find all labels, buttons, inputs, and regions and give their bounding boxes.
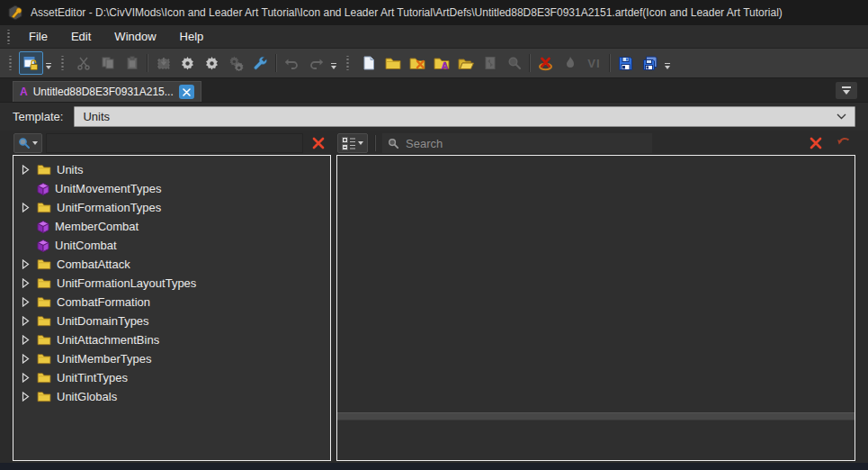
folder-icon (37, 277, 51, 289)
expander-icon[interactable] (22, 392, 31, 402)
new-file-button[interactable] (356, 51, 380, 75)
tree-row[interactable]: UnitMemberTypes (13, 349, 330, 368)
template-bar: Template: Units (0, 103, 868, 131)
toolbar-overflow-button[interactable] (43, 51, 54, 75)
red-x-ring-icon (538, 56, 553, 71)
expander-icon[interactable] (22, 278, 31, 288)
find-button[interactable] (502, 51, 526, 75)
toolbar-drag-grip[interactable] (60, 56, 65, 70)
folder-icon (37, 164, 51, 176)
detail-search-input[interactable]: Search (382, 133, 652, 153)
rename-folder-button[interactable]: A (429, 51, 453, 75)
build-button[interactable] (175, 51, 200, 75)
tree-row[interactable]: UnitTintTypes (13, 368, 330, 387)
folder-icon (37, 372, 51, 384)
redo-button[interactable] (304, 51, 328, 75)
build-all-button[interactable] (200, 51, 224, 75)
tab-close-button[interactable] (179, 85, 194, 99)
folder-icon (37, 258, 51, 270)
menu-item[interactable]: Help (168, 25, 216, 48)
tree-item-label: UnitTintTypes (57, 371, 128, 384)
clear-search-button[interactable] (804, 133, 828, 153)
tree-row[interactable]: UnitDomainTypes (13, 312, 330, 330)
toolbar-drag-grip[interactable] (8, 56, 13, 70)
tree-row[interactable]: CombatFormation (13, 293, 330, 312)
menu-item[interactable]: Edit (59, 25, 103, 48)
detail-panel-body (336, 155, 855, 461)
tab-list-dropdown-button[interactable] (836, 82, 857, 99)
expander-icon[interactable] (22, 165, 31, 175)
toolbar-overflow-button[interactable] (328, 51, 339, 75)
folder-icon (37, 202, 51, 213)
save-button[interactable] (613, 51, 638, 75)
expander-icon[interactable] (22, 203, 31, 212)
document-tab[interactable]: A Untitled88D8E3F0931A215... (13, 81, 201, 102)
undo-button[interactable] (280, 51, 304, 75)
folder-delete-icon (409, 57, 425, 70)
horizontal-splitter[interactable] (337, 412, 855, 420)
menu-item[interactable]: File (17, 25, 59, 48)
paste-special-icon (157, 56, 171, 70)
menu-drag-grip[interactable] (6, 30, 11, 44)
cut-button[interactable] (71, 51, 95, 75)
asset-lock-button[interactable] (19, 51, 43, 75)
tools-button[interactable] (248, 51, 273, 75)
detail-panel: Search (336, 131, 855, 461)
tree-item-label: UnitGlobals (57, 390, 117, 403)
cube-icon (37, 221, 49, 233)
expander-icon[interactable] (22, 335, 31, 345)
tree-row[interactable]: MemberCombat (13, 217, 330, 236)
tree-filter-input[interactable] (46, 133, 303, 153)
save-icon (618, 56, 633, 71)
undo-icon (284, 56, 300, 71)
revert-button[interactable] (831, 133, 855, 153)
detail-content-area (337, 156, 855, 412)
expand-collapse-all-button[interactable] (337, 133, 368, 153)
tree-row[interactable]: CombatAttack (13, 255, 330, 274)
clipboard-icon (125, 56, 139, 70)
save-all-button[interactable] (638, 51, 662, 75)
tree-item-label: UnitFormationTypes (57, 201, 161, 214)
tree-search-options-button[interactable] (13, 133, 42, 153)
tree-row[interactable]: UnitAttachmentBins (13, 330, 330, 349)
title-bar: AssetEditor - D:\CivVIMods\Icon and Lead… (0, 0, 868, 25)
new-folder-button[interactable] (380, 51, 405, 75)
expander-icon[interactable] (22, 259, 31, 269)
paste-button[interactable] (120, 51, 144, 75)
open-folder-button[interactable] (453, 51, 478, 75)
tree-item-label: Units (57, 163, 84, 176)
delete-folder-button[interactable] (405, 51, 429, 75)
swap-asset-button[interactable] (478, 51, 502, 75)
expander-icon[interactable] (22, 316, 31, 326)
folder-icon (37, 334, 51, 346)
tree-item-label: CombatAttack (57, 258, 130, 271)
folder-icon (37, 391, 51, 402)
tree-row[interactable]: UnitMovementTypes (13, 179, 330, 198)
tree-row[interactable]: UnitFormationLayoutTypes (13, 274, 330, 293)
chevron-down-icon (837, 113, 846, 120)
expander-icon[interactable] (22, 373, 31, 383)
toolbar-drag-grip[interactable] (345, 56, 350, 70)
expander-icon[interactable] (22, 354, 31, 364)
tree-row[interactable]: UnitGlobals (13, 387, 330, 406)
tree-item-label: UnitMemberTypes (57, 352, 151, 366)
tree-row[interactable]: UnitFormationTypes (13, 198, 330, 217)
bake-button[interactable] (558, 51, 582, 75)
copy-button[interactable] (95, 51, 120, 75)
clear-filter-button[interactable] (307, 133, 330, 153)
toolbar-overflow-button[interactable] (662, 51, 673, 75)
artdef-tree-body: Units (13, 155, 331, 461)
menu-item[interactable]: Window (103, 25, 167, 48)
rebuild-button[interactable] (224, 51, 248, 75)
tree-row[interactable]: UnitCombat (13, 236, 330, 255)
vi-mode-button[interactable]: VI (582, 51, 606, 75)
folder-icon (37, 353, 51, 365)
paste-special-button[interactable] (151, 51, 175, 75)
tree-row[interactable]: Units (13, 160, 330, 179)
search-icon (18, 137, 31, 149)
template-combobox[interactable]: Units (74, 106, 855, 127)
expander-icon[interactable] (22, 297, 31, 307)
folder-rename-icon: A (434, 57, 450, 70)
app-icon (7, 5, 23, 21)
delete-asset-button[interactable] (533, 51, 558, 75)
